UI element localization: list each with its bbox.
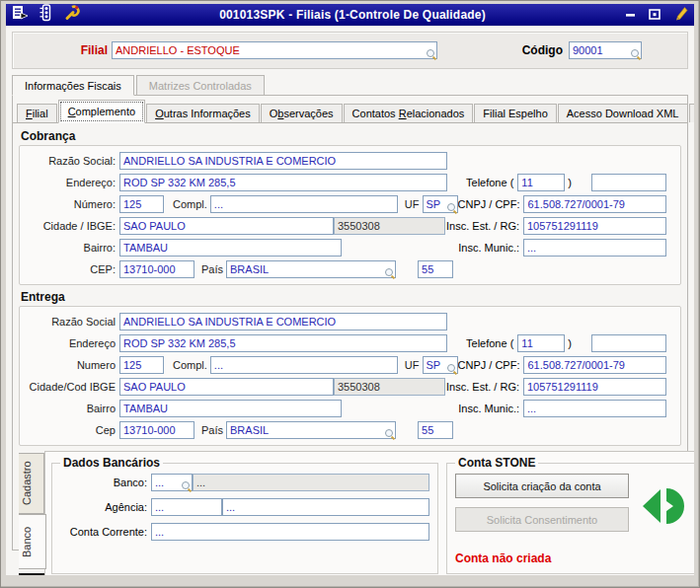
filial-input[interactable]: [113, 42, 436, 58]
bairro-field[interactable]: [119, 400, 342, 417]
form-row: Cidade / IBGE: Insc. Est. / RG:: [24, 215, 672, 237]
tab-informacoes-fiscais[interactable]: Informações Fiscais: [12, 75, 134, 96]
razao-social-field[interactable]: [119, 152, 447, 170]
tab-contatos-relacionados[interactable]: Contatos Relacionados: [344, 104, 474, 122]
edit-pencil-icon[interactable]: [673, 5, 688, 25]
traffic-light-icon[interactable]: [39, 4, 53, 26]
magnifier-icon[interactable]: [447, 364, 457, 374]
cnpj-label: CNPJ / CPF:: [458, 198, 524, 210]
window-title: 001013SPK - Filiais (1-Controle De Quali…: [80, 8, 625, 22]
uf-field[interactable]: [423, 356, 458, 374]
uf-label: UF: [402, 198, 423, 210]
form-icon[interactable]: [12, 5, 29, 25]
codigo-field[interactable]: [569, 41, 642, 59]
form-row: Bairro: Insc. Munic.:: [24, 237, 672, 258]
form-row: Bairro Insc. Munic.:: [24, 398, 672, 419]
insc-est-field[interactable]: [523, 378, 666, 396]
cidade-field[interactable]: [119, 378, 334, 396]
wrench-icon[interactable]: [64, 5, 80, 25]
vtab-banco[interactable]: Banco: [19, 514, 46, 569]
magnifier-icon[interactable]: [385, 429, 395, 439]
vtab-cadastro[interactable]: Cadastro: [19, 453, 44, 514]
cnpj-field[interactable]: [523, 356, 666, 374]
bairro-label: Bairro:: [24, 242, 119, 254]
form-row: Conta Corrente:: [60, 519, 429, 544]
form-row: Agência:: [60, 494, 429, 519]
cobranca-group: Cobrança Razão Social: Endereço: Telefon…: [19, 127, 681, 285]
tab-matrizes-controladas: Matrizes Controladas: [136, 75, 265, 96]
solicita-consentimento-button: Solicita Consentimento: [455, 507, 629, 532]
cep-field[interactable]: [119, 421, 194, 439]
solicita-criacao-conta-button[interactable]: Solicita criação da conta: [455, 474, 629, 498]
cobranca-caption: Cobrança: [19, 127, 681, 145]
dados-bancarios-legend: Dados Bancários: [60, 456, 163, 470]
endereco-label: Endereço:: [24, 177, 119, 188]
cidade-field[interactable]: [119, 217, 334, 235]
dados-bancarios-group: Dados Bancários Banco: Agência:: [51, 456, 438, 574]
pais-cod-field[interactable]: [418, 421, 453, 439]
titlebar-controls: [625, 5, 688, 25]
insc-est-field[interactable]: [523, 217, 666, 235]
agencia-extra-field[interactable]: [222, 498, 429, 516]
numero-field[interactable]: [119, 356, 164, 374]
complemento-page: Cobrança Razão Social: Endereço: Telefon…: [13, 123, 687, 575]
cep-label: CEP:: [24, 263, 119, 275]
conta-stone-legend: Conta STONE: [455, 456, 538, 470]
pais-field[interactable]: [226, 260, 396, 278]
tab-acesso-download-xml[interactable]: Acesso Download XML: [558, 104, 688, 122]
endereco-field[interactable]: [119, 334, 447, 352]
pais-cod-field[interactable]: [418, 260, 453, 278]
telefone-num-field[interactable]: [591, 334, 666, 352]
tab-outras-informacoes[interactable]: Outras Informações: [146, 104, 260, 122]
ibge-field: [334, 217, 445, 235]
minimize-icon[interactable]: [625, 6, 636, 24]
telefone-close-paren: ): [565, 337, 576, 349]
cep-field[interactable]: [119, 260, 194, 278]
uf-label: UF: [402, 359, 423, 371]
telefone-ddd-field[interactable]: [517, 174, 565, 191]
tabs-level2: Filial Complemento Outras Informações Ob…: [13, 96, 687, 123]
magnifier-icon[interactable]: [447, 203, 457, 213]
form-row: Cidade/Cod IBGE Insc. Est. / RG:: [24, 376, 672, 398]
form-row: Endereço Telefone ( ): [24, 332, 672, 354]
cnpj-field[interactable]: [523, 195, 666, 213]
tab-complemento[interactable]: Complemento: [58, 100, 146, 123]
magnifier-icon[interactable]: [631, 49, 641, 59]
insc-mun-field[interactable]: [523, 239, 666, 257]
compl-field[interactable]: [210, 356, 398, 374]
tab-filial-espelho[interactable]: Filial Espelho: [474, 104, 556, 122]
razao-social-field[interactable]: [119, 313, 447, 331]
bairro-field[interactable]: [119, 239, 342, 257]
entrega-caption: Entrega: [19, 288, 681, 306]
tab-log[interactable]: Log: [689, 104, 695, 122]
form-row: CEP: País: [24, 258, 672, 280]
cidade-label: Cidade / IBGE:: [24, 220, 119, 232]
telefone-ddd-field[interactable]: [517, 334, 565, 352]
agencia-field[interactable]: [151, 498, 222, 516]
telefone-num-field[interactable]: [591, 174, 666, 191]
insc-mun-label: Insc. Munic.:: [458, 242, 523, 254]
numero-field[interactable]: [119, 195, 164, 213]
endereco-field[interactable]: [119, 174, 447, 191]
magnifier-icon[interactable]: [427, 49, 436, 59]
tab-observacoes[interactable]: Observações: [261, 104, 343, 122]
tab-filial[interactable]: Filial: [17, 104, 57, 122]
bairro-label: Bairro: [24, 403, 119, 414]
tabs-level1: Informações Fiscais Matrizes Controladas: [12, 75, 688, 96]
cidade-label: Cidade/Cod IBGE: [24, 381, 119, 393]
compl-label: Compl.: [170, 359, 210, 371]
telefone-label: Telefone (: [466, 177, 517, 188]
magnifier-icon[interactable]: [182, 481, 192, 491]
filial-field[interactable]: [112, 41, 437, 59]
uf-field[interactable]: [423, 195, 458, 213]
insc-mun-field[interactable]: [523, 400, 666, 417]
codigo-label: Código: [522, 43, 569, 57]
cep-label: Cep: [24, 424, 119, 436]
banco-field[interactable]: [151, 474, 193, 491]
compl-field[interactable]: [210, 195, 398, 213]
maximize-icon[interactable]: [649, 6, 661, 24]
app-window: 001013SPK - Filiais (1-Controle De Quali…: [0, 0, 700, 588]
magnifier-icon[interactable]: [385, 268, 395, 278]
conta-corrente-field[interactable]: [151, 523, 429, 541]
pais-field[interactable]: [226, 421, 396, 439]
